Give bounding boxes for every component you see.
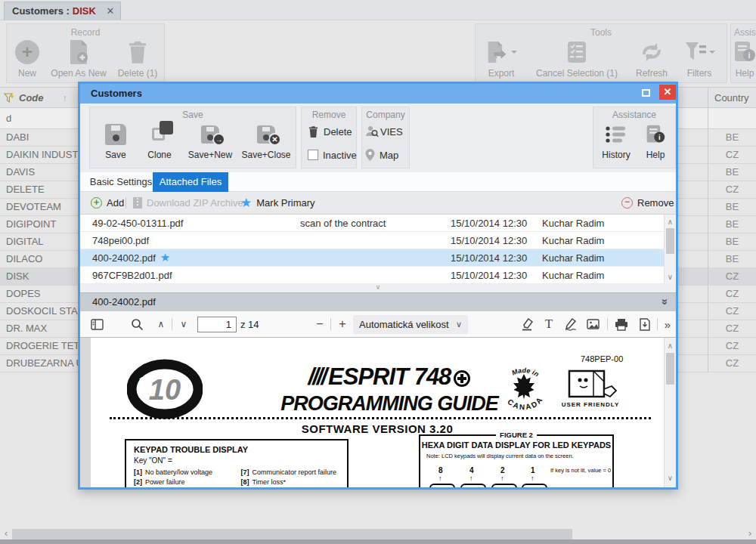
grid-row-country[interactable]: CZ <box>708 320 756 338</box>
help-button[interactable]: i Help <box>733 38 756 82</box>
pdf-scrollbar-thumb[interactable] <box>666 353 674 385</box>
preview-splitter[interactable]: ∨ <box>80 284 676 292</box>
file-row[interactable]: 967CF9B2d01.pdf 15/10/2014 12:30 Kuchar … <box>80 267 664 284</box>
scroll-down-icon[interactable]: ∨ <box>665 271 676 283</box>
refresh-button[interactable]: Refresh <box>630 38 674 82</box>
draw-tool-icon[interactable] <box>561 311 581 337</box>
grid-row-country[interactable]: CZ <box>708 181 756 199</box>
checkbox-icon[interactable] <box>308 150 318 160</box>
previous-page-icon[interactable]: ∧ <box>153 311 169 337</box>
grid-row-country[interactable]: CZ <box>708 355 756 372</box>
grid-code-header[interactable]: Code ↑ <box>0 87 78 108</box>
person-search-icon <box>365 125 379 138</box>
file-row[interactable]: 748pei00.pdf 15/10/2014 12:30 Kuchar Rad… <box>80 232 664 249</box>
clone-button[interactable]: Clone <box>138 119 181 166</box>
new-button[interactable]: + New <box>10 38 45 82</box>
dialog-title-bar[interactable]: Customers ✕ <box>80 84 676 104</box>
grid-row-code[interactable]: DIGIPOINT <box>0 216 78 233</box>
export-button[interactable]: Export <box>479 38 524 82</box>
preview-header[interactable]: 400-24002.pdf » <box>80 292 676 311</box>
scroll-up-icon[interactable]: ∧ <box>665 216 676 227</box>
save-new-button[interactable]: → Save+New <box>184 119 237 166</box>
inactive-checkbox[interactable]: Inactive <box>308 147 357 163</box>
grid-row-country[interactable]: BE <box>708 164 756 181</box>
open-as-new-button[interactable]: Open As New <box>46 38 111 82</box>
dialog-close-icon[interactable]: ✕ <box>659 85 676 100</box>
grid-row-code[interactable]: DRUBEZARNA UNI <box>0 355 78 372</box>
remove-file-button[interactable]: − Remove <box>621 192 674 214</box>
page-number-input[interactable] <box>197 317 237 332</box>
save-close-button[interactable]: ✕ Save+Close <box>238 119 294 166</box>
tab-attached-files[interactable]: Attached Files <box>153 172 228 192</box>
delete-button[interactable]: Delete (1) <box>113 38 163 82</box>
image-tool-icon[interactable] <box>583 311 603 337</box>
sidebar-toggle-icon[interactable] <box>86 311 107 337</box>
grid-row-code[interactable]: DABI <box>0 129 78 147</box>
horizontal-scrollbar-thumb[interactable] <box>12 529 572 539</box>
tab-customers-disk[interactable]: Customers :DISK ✕ <box>4 2 121 20</box>
history-button[interactable]: History <box>596 119 636 166</box>
tab-basic-settings[interactable]: Basic Settings <box>89 172 153 192</box>
grid-country-header[interactable]: Country <box>708 87 756 108</box>
scroll-right-icon[interactable]: › <box>744 529 756 539</box>
grid-country-filter-row[interactable] <box>708 108 756 129</box>
file-row[interactable]: 49-02-450-01311.pdf scan of the contract… <box>80 215 664 232</box>
zoom-select[interactable]: Automatická velikost ∨ <box>353 315 468 334</box>
grid-row-code[interactable]: DAIKIN INDUSTRIE <box>0 147 78 164</box>
download-zip-button[interactable]: Download ZIP Archive <box>133 192 243 214</box>
page-number-field[interactable] <box>196 311 238 337</box>
grid-row-code[interactable]: DELETE <box>0 181 78 199</box>
vies-button[interactable]: VIES <box>365 123 403 140</box>
grid-row-code[interactable]: DEVOTEAM <box>0 199 78 216</box>
grid-row-country-selected[interactable]: CZ <box>708 268 756 286</box>
column-filter-icon[interactable] <box>4 93 14 104</box>
add-file-button[interactable]: + Add <box>91 192 124 214</box>
grid-row-country[interactable]: CZ <box>708 303 756 320</box>
text-tool-icon[interactable]: T <box>539 311 559 337</box>
collapse-double-chevron-icon[interactable]: » <box>658 298 671 304</box>
download-icon[interactable] <box>634 311 655 337</box>
grid-row-country[interactable]: BE <box>708 233 756 251</box>
maximize-icon[interactable] <box>642 89 650 97</box>
grid-code-filter-row[interactable]: d <box>0 108 78 129</box>
grid-row-country[interactable]: CZ <box>708 338 756 355</box>
grid-row-code[interactable]: DR. MAX <box>0 320 78 338</box>
grid-row-code[interactable]: DAVIS <box>0 164 78 181</box>
grid-row-country[interactable]: BE <box>708 199 756 216</box>
zoom-out-icon[interactable]: − <box>311 311 328 337</box>
scroll-up-icon[interactable]: ∧ <box>665 340 676 351</box>
grid-row-country[interactable]: BE <box>708 129 756 147</box>
scroll-down-icon[interactable]: ∨ <box>665 472 676 484</box>
grid-row-code[interactable]: DIGITAL <box>0 233 78 251</box>
print-icon[interactable] <box>611 311 632 337</box>
cancel-selection-button[interactable]: Cancel Selection (1) <box>524 38 630 82</box>
more-tools-icon[interactable]: » <box>659 311 676 337</box>
grid-row-country[interactable]: BE <box>708 216 756 233</box>
grid-row-code[interactable]: DOPES <box>0 286 78 303</box>
horizontal-scrollbar[interactable]: ‹ › <box>0 529 756 539</box>
grid-row-country[interactable]: BE <box>708 251 756 268</box>
grid-row-country[interactable]: CZ <box>708 286 756 303</box>
pdf-scrollbar[interactable]: ∧ ∨ <box>664 338 676 487</box>
search-icon[interactable] <box>127 311 147 337</box>
dialog-help-button[interactable]: i Help <box>639 119 672 166</box>
grid-row-code-selected[interactable]: DISK <box>0 268 78 286</box>
window-bottom-edge <box>0 539 756 544</box>
file-row-selected[interactable]: 400-24002.pdf★ 15/10/2014 12:30 Kuchar R… <box>80 249 664 267</box>
filters-button[interactable]: Filters <box>675 38 723 82</box>
save-button[interactable]: Save <box>94 119 137 166</box>
grid-row-code[interactable]: DILACO <box>0 251 78 268</box>
zoom-in-icon[interactable]: + <box>334 311 351 337</box>
mark-primary-button[interactable]: ★ Mark Primary <box>240 192 315 214</box>
file-list-scrollbar[interactable]: ∧ ∨ <box>664 215 675 284</box>
file-list-scrollbar-thumb[interactable] <box>666 228 674 254</box>
scroll-left-icon[interactable]: ‹ <box>0 529 12 539</box>
grid-row-code[interactable]: DROGERIE TETA <box>0 338 78 355</box>
highlighter-tool-icon[interactable] <box>517 311 537 337</box>
next-page-icon[interactable]: ∨ <box>175 311 192 337</box>
grid-row-country[interactable]: CZ <box>708 147 756 164</box>
map-button[interactable]: Map <box>365 147 398 163</box>
grid-row-code[interactable]: DOSKOCIL STANISL <box>0 303 78 320</box>
delete-record-button[interactable]: Delete <box>308 123 352 140</box>
tab-close-icon[interactable]: ✕ <box>107 5 115 17</box>
